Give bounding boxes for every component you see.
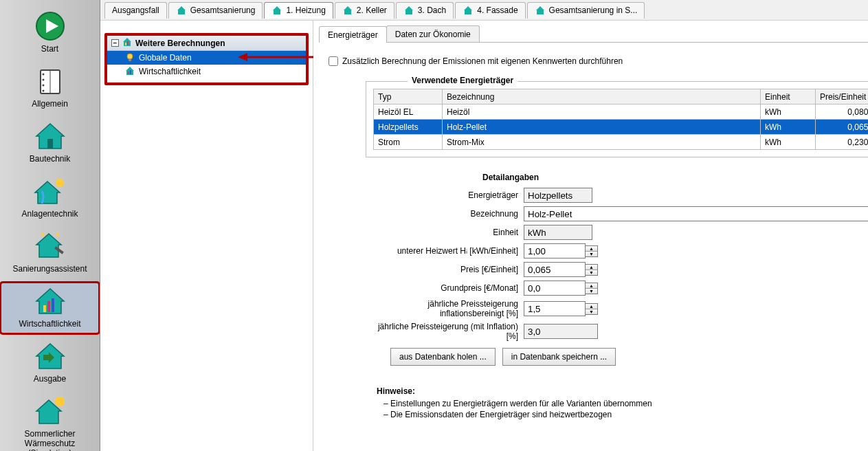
energietraeger-group: Verwendete Energieträger Typ Bezeichnung… (366, 81, 868, 157)
body-split: − Weitere Berechnungen Globale Daten Wir… (100, 21, 868, 451)
inner-tabbar: Energieträger Daten zur Ökonomie (319, 26, 868, 43)
launcher-label: Wirtschaftlichkeit (19, 319, 80, 329)
table-row[interactable]: Holzpellets Holz-Pellet kWh 0,0650 (374, 120, 869, 135)
content-pane: Energieträger Daten zur Ökonomie Zusätzl… (313, 21, 868, 451)
svg-rect-34 (129, 59, 131, 61)
spin-down[interactable]: ▼ (586, 252, 597, 256)
tree-pane: − Weitere Berechnungen Globale Daten Wir… (100, 21, 313, 451)
main-pane: Ausgangsfall Gesamtsanierung 1. Heizung … (100, 0, 868, 451)
tab-keller[interactable]: 2. Keller (335, 2, 394, 19)
launcher-allgemein[interactable]: Allgemein (0, 62, 100, 114)
launcher-label: Start (41, 44, 58, 54)
launcher-label: Sommerlicher Wärmeschutz (Simulation) (24, 429, 75, 451)
svg-marker-28 (464, 6, 472, 14)
spin-down[interactable]: ▼ (586, 309, 597, 314)
col-preis[interactable]: Preis/Einheit (816, 89, 869, 104)
spin-up[interactable]: ▲ (586, 265, 597, 270)
spin-down[interactable]: ▼ (586, 270, 597, 275)
tree-item-globale-daten[interactable]: Globale Daten (107, 51, 306, 65)
launcher-label: Allgemein (32, 99, 68, 109)
emission-checkbox-row: Zusätzlich Berechnung der Emissionen mit… (324, 56, 868, 66)
house-small-icon (403, 5, 414, 16)
detail-title: Detailangaben (366, 173, 868, 182)
tab-heizung[interactable]: 1. Heizung (264, 2, 333, 19)
col-typ[interactable]: Typ (374, 89, 443, 104)
btn-db-save[interactable]: in Datenbank speichern ... (502, 348, 616, 366)
launcher-sommerlicher[interactable]: Sommerlicher Wärmeschutz (Simulation) (0, 392, 100, 451)
launcher-anlagentechnik[interactable]: Anlagentechnik (0, 172, 100, 224)
svg-point-7 (42, 90, 44, 92)
variant-tabbar: Ausgangsfall Gesamtsanierung 1. Heizung … (100, 0, 868, 21)
svg-marker-27 (405, 6, 413, 14)
tree-header[interactable]: − Weitere Berechnungen (107, 36, 306, 51)
launcher-sanierungsassistent[interactable]: Sanierungsassistent (0, 227, 100, 279)
hint-line: – Einstellungen zu Energieträgern werden… (383, 399, 868, 408)
spin-up[interactable]: ▲ (586, 283, 597, 289)
field-steigerung1[interactable] (524, 301, 586, 316)
inner-tab-oekonomie[interactable]: Daten zur Ökonomie (386, 25, 480, 42)
tab-gesamtsanierung[interactable]: Gesamtsanierung (168, 2, 263, 19)
svg-point-4 (42, 74, 44, 76)
svg-point-33 (127, 54, 133, 59)
house-sun-icon (34, 175, 67, 208)
tree-box: − Weitere Berechnungen Globale Daten Wir… (104, 33, 309, 85)
hints-title: Hinweise: (377, 386, 868, 396)
svg-point-5 (42, 79, 44, 81)
tab-ausgangsfall[interactable]: Ausgangsfall (104, 2, 167, 19)
field-preis[interactable] (524, 262, 586, 277)
svg-point-22 (55, 397, 65, 406)
tree-item-wirtschaftlichkeit[interactable]: Wirtschaftlichkeit (107, 65, 306, 78)
inner-tab-energietraeger[interactable]: Energieträger (319, 26, 387, 43)
svg-marker-29 (536, 6, 544, 14)
svg-rect-19 (52, 298, 54, 312)
spin-up[interactable]: ▲ (586, 304, 597, 309)
emission-checkbox-label: Zusätzlich Berechnung der Emissionen mit… (342, 56, 623, 66)
launcher-label: Sanierungsassistent (12, 264, 87, 274)
field-grundpreis[interactable] (524, 280, 586, 296)
launcher-bautechnik[interactable]: Bautechnik (0, 117, 100, 169)
emission-checkbox[interactable] (329, 56, 338, 66)
tab-gesamtsanierung-s[interactable]: Gesamtsanierung in S... (527, 2, 645, 19)
table-row[interactable]: Heizöl EL Heizöl kWh 0,0800 (374, 104, 869, 120)
lbl-preis: Preis [€/Einheit] (366, 265, 524, 274)
svg-rect-37 (130, 70, 131, 74)
launcher-wirtschaftlichkeit[interactable]: Wirtschaftlichkeit (0, 282, 100, 334)
svg-marker-24 (177, 6, 186, 14)
svg-marker-13 (41, 232, 45, 236)
lbl-bezeichnung: Bezeichnung (366, 209, 524, 219)
group-legend: Verwendete Energieträger (408, 76, 518, 85)
launcher-start[interactable]: Start (0, 7, 100, 59)
col-einheit[interactable]: Einheit (761, 89, 816, 104)
svg-rect-36 (128, 72, 129, 74)
spin-down[interactable]: ▼ (586, 289, 597, 294)
launcher-ausgabe[interactable]: Ausgabe (0, 337, 100, 389)
launcher-label: Bautechnik (30, 154, 70, 164)
btn-db-load[interactable]: aus Datenbank holen ... (390, 348, 496, 366)
svg-rect-17 (43, 305, 46, 312)
house-small-icon (535, 5, 546, 16)
svg-marker-26 (344, 6, 352, 14)
svg-point-10 (56, 179, 64, 187)
field-einheit (524, 225, 592, 240)
col-bezeichnung[interactable]: Bezeichnung (443, 89, 761, 104)
table-row[interactable]: Strom Strom-Mix kWh 0,2300 (374, 135, 869, 150)
spin-up[interactable]: ▲ (586, 246, 597, 252)
field-steigerung2 (524, 324, 598, 339)
house-small-icon (271, 5, 282, 16)
house-summer-icon (34, 395, 67, 428)
tab-dach[interactable]: 3. Dach (396, 2, 454, 19)
house-chart-icon (34, 285, 67, 318)
tab-fassade[interactable]: 4. Fassade (455, 2, 525, 19)
launcher-label: Ausgabe (34, 374, 66, 384)
house-tools-icon (34, 230, 67, 263)
lbl-energietraeger: Energieträger (366, 190, 524, 200)
launcher-label: Anlagentechnik (21, 209, 78, 219)
play-icon (34, 10, 67, 43)
pane-body: Zusätzlich Berechnung der Emissionen mit… (319, 43, 868, 426)
field-bezeichnung[interactable] (524, 206, 868, 221)
field-heizwert[interactable] (524, 243, 586, 258)
svg-rect-31 (125, 43, 126, 45)
field-energietraeger (524, 188, 592, 203)
svg-point-6 (42, 85, 44, 87)
minus-icon: − (111, 39, 119, 47)
